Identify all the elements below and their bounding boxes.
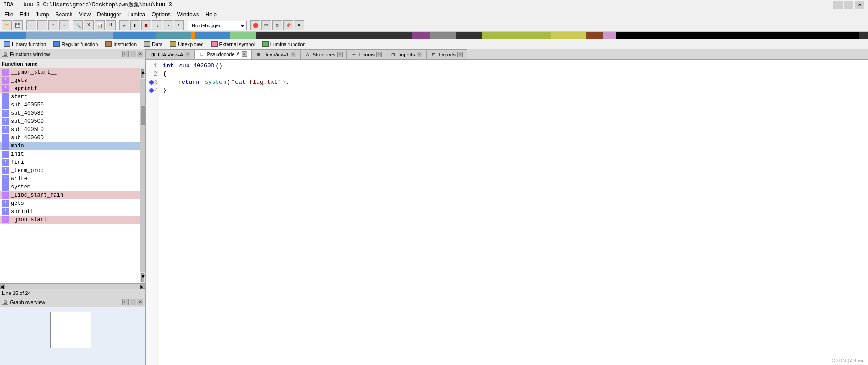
hscrollbar-left[interactable]: ◄ — [0, 284, 5, 289]
minimize-button[interactable]: ─ — [833, 1, 843, 9]
func-window-minimize[interactable]: ─ — [130, 51, 136, 57]
toolbar-down[interactable]: ↓ — [59, 20, 69, 30]
toolbar-open[interactable]: 📂 — [2, 20, 12, 30]
tab-imports-label: Imports — [398, 52, 415, 57]
menu-options[interactable]: Options — [149, 11, 173, 18]
function-list[interactable]: f __gmon_start__ f _gets f _sprintf f st… — [0, 68, 140, 283]
hscrollbar-track[interactable] — [5, 284, 140, 289]
tab-exports[interactable]: ⊡ Exports ✕ — [426, 49, 467, 59]
legend-lumina-label: Lumina function — [270, 41, 306, 47]
tab-ida-view-a[interactable]: ◨ IDA View-A ✕ — [146, 49, 194, 59]
func-item-system[interactable]: f system — [0, 183, 140, 191]
tab-imports-close[interactable]: ✕ — [417, 52, 422, 57]
menu-debugger[interactable]: Debugger — [94, 11, 124, 18]
func-item-gets[interactable]: f _gets — [0, 76, 140, 85]
tab-pseudo-close[interactable]: ✕ — [242, 51, 247, 57]
tab-hex-icon: ⊞ — [255, 51, 262, 58]
toolbar-extra1[interactable]: 📌 — [283, 20, 293, 30]
func-item-fini[interactable]: f fini — [0, 158, 140, 167]
toolbar-pause[interactable]: ⏸ — [130, 20, 140, 30]
func-item-sub4005c0[interactable]: f sub_4005C0 — [0, 117, 140, 126]
toolbar-settings[interactable]: ⚙ — [272, 20, 282, 30]
tab-pseudocode-a[interactable]: □ Pseudocode-A ✕ — [194, 49, 251, 59]
tab-hex-view-1[interactable]: ⊞ Hex View-1 ✕ — [251, 49, 300, 59]
toolbar-up[interactable]: ↑ — [48, 20, 58, 30]
func-item-main[interactable]: f main — [0, 142, 140, 150]
func-item-sub40060d[interactable]: f sub_40060D — [0, 134, 140, 142]
toolbar-extra2[interactable]: ✖ — [294, 20, 304, 30]
tab-pseudo-label: Pseudocode-A — [207, 51, 239, 57]
menu-search[interactable]: Search — [52, 11, 75, 18]
tab-hex-close[interactable]: ✕ — [291, 52, 296, 57]
func-item-gmon2[interactable]: f _gmon_start__ — [0, 216, 140, 224]
toolbar-forward[interactable]: → — [37, 20, 47, 30]
graph-overview-float[interactable]: □ — [122, 299, 129, 305]
func-item-sub400580[interactable]: f sub_400580 — [0, 109, 140, 117]
hscrollbar-right[interactable]: ► — [140, 284, 145, 289]
scrollbar-up[interactable]: ▲ — [141, 69, 144, 78]
close-button[interactable]: ✕ — [855, 1, 864, 9]
func-item-start[interactable]: f start — [0, 93, 140, 101]
toolbar-save[interactable]: 💾 — [13, 20, 23, 30]
nav-seg-9 — [430, 32, 456, 39]
keyword-return: return — [178, 78, 199, 86]
toolbar-bp[interactable]: 🔴 — [250, 20, 260, 30]
menu-view[interactable]: View — [76, 11, 93, 18]
func-item-write[interactable]: f write — [0, 175, 140, 183]
legend-regular: Regular function — [53, 41, 98, 47]
toolbar-watches[interactable]: 👁 — [261, 20, 271, 30]
scrollbar-down[interactable]: ▼ — [141, 273, 144, 282]
func-name: sub_400580 — [11, 110, 44, 117]
func-item-sub400550[interactable]: f sub_400550 — [0, 101, 140, 109]
func-list-scrollbar[interactable]: ▲ ▼ — [140, 68, 145, 283]
func-item-gmon-start[interactable]: f __gmon_start__ — [0, 68, 140, 76]
toolbar-xref[interactable]: X — [84, 20, 94, 30]
func-window-float[interactable]: □ — [122, 51, 129, 57]
func-name: _term_proc — [11, 167, 44, 174]
toolbar-step-out[interactable]: ↑ — [174, 20, 184, 30]
toolbar-step-into[interactable]: ⤵ — [152, 20, 162, 30]
menu-help[interactable]: Help — [203, 11, 219, 18]
maximize-button[interactable]: □ — [844, 1, 853, 9]
menu-edit[interactable]: Edit — [17, 11, 32, 18]
toolbar-search[interactable]: 🔍 — [73, 20, 83, 30]
scrollbar-track[interactable] — [140, 79, 145, 272]
graph-overview: ⊞ Graph overview □ ─ ✕ — [0, 297, 145, 365]
menu-jump[interactable]: Jump — [33, 11, 51, 18]
func-item-init[interactable]: f init — [0, 150, 140, 158]
toolbar-back[interactable]: ← — [26, 20, 36, 30]
legend-library-label: Library function — [12, 41, 46, 47]
func-item-sub4005e0[interactable]: f sub_4005E0 — [0, 126, 140, 134]
tab-structures[interactable]: A Structures ✕ — [300, 49, 347, 59]
func-item-libc-start[interactable]: f _libc_start_main — [0, 191, 140, 199]
tab-ida-close[interactable]: ✕ — [185, 52, 190, 57]
func-item-gets2[interactable]: f gets — [0, 199, 140, 208]
legend-unexplored: Unexplored — [170, 41, 203, 47]
tab-imports[interactable]: ⊡ Imports ✕ — [386, 49, 426, 59]
toolbar-step-over[interactable]: ↷ — [163, 20, 173, 30]
scrollbar-thumb[interactable] — [141, 106, 145, 125]
graph-overview-close[interactable]: ✕ — [137, 299, 143, 305]
graph-overview-minimize[interactable]: ─ — [130, 299, 136, 305]
system-call: system — [205, 78, 226, 86]
toolbar-run[interactable]: ▶ — [119, 20, 129, 30]
func-icon: f — [2, 110, 9, 117]
tab-struct-close[interactable]: ✕ — [337, 52, 343, 57]
toolbar-stop[interactable]: ⏹ — [141, 20, 151, 30]
func-window-close[interactable]: ✕ — [137, 51, 143, 57]
menu-lumina[interactable]: Lumina — [125, 11, 148, 18]
func-name: sub_4005E0 — [11, 127, 44, 133]
func-icon: f — [2, 159, 9, 166]
func-item-sprintf[interactable]: f _sprintf — [0, 85, 140, 93]
tab-exports-close[interactable]: ✕ — [457, 52, 463, 57]
debugger-selector[interactable]: No debugger — [188, 21, 247, 30]
tab-enums-close[interactable]: ✕ — [376, 52, 382, 57]
tab-enums[interactable]: ☷ Enums ✕ — [347, 49, 386, 59]
func-item-sprintf2[interactable]: f sprintf — [0, 208, 140, 216]
func-list-hscrollbar[interactable]: ◄ ► — [0, 283, 145, 289]
menu-file[interactable]: File — [2, 11, 16, 18]
menu-windows[interactable]: Windows — [174, 11, 202, 18]
toolbar-graph[interactable]: 📊 — [95, 20, 105, 30]
toolbar-hex[interactable]: H — [106, 20, 116, 30]
func-item-term-proc[interactable]: f _term_proc — [0, 167, 140, 175]
